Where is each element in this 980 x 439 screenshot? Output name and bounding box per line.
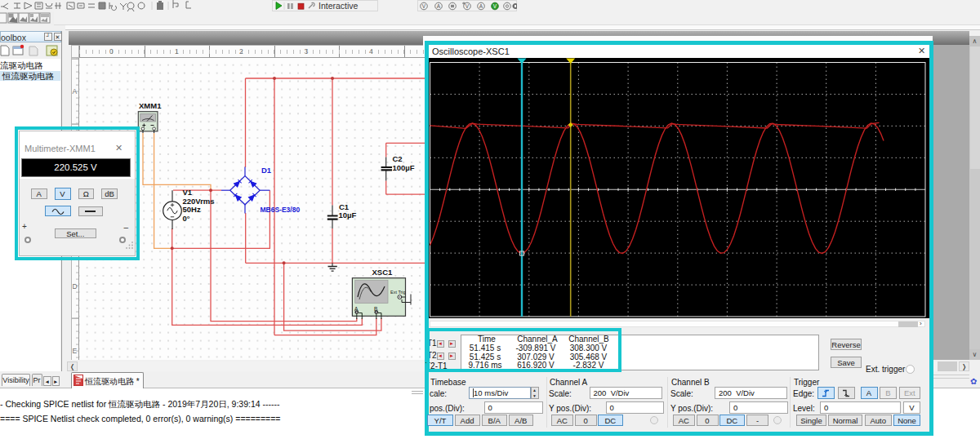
svg-text:Ext Trig: Ext Trig xyxy=(390,290,406,295)
